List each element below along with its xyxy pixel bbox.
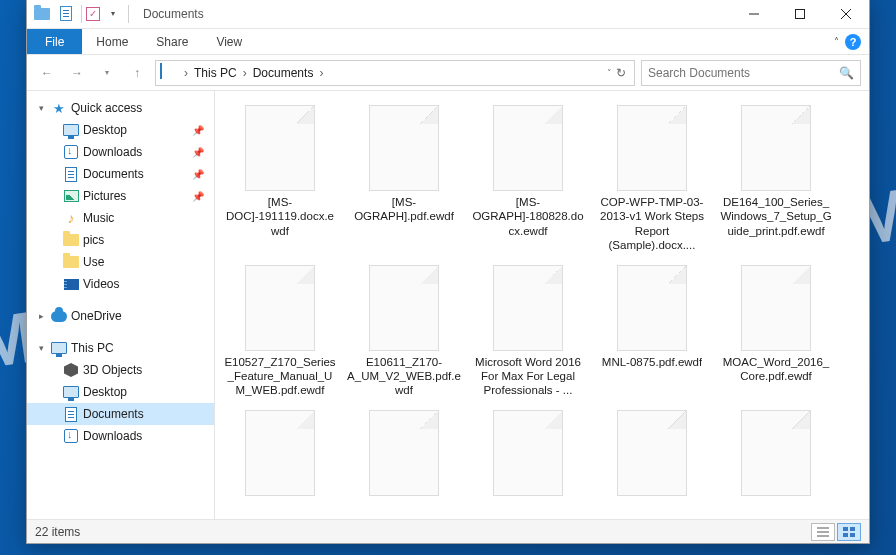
sidebar-item-videos[interactable]: Videos [27,273,214,295]
file-item[interactable]: MOAC_Word_2016_Core.pdf.ewdf [717,261,835,402]
file-item[interactable] [221,406,339,504]
explorer-window: ✓ ▾ Documents File Home Share View ˄ ? ←… [26,0,870,544]
breadcrumb-thispc[interactable]: This PC [190,66,241,80]
search-input[interactable] [648,66,839,80]
file-item[interactable]: [MS-OGRAPH].pdf.ewdf [345,101,463,257]
search-icon: 🔍 [839,66,854,80]
sidebar-item-use[interactable]: Use [27,251,214,273]
file-item[interactable]: [MS-OGRAPH]-180828.docx.ewdf [469,101,587,257]
file-thumbnail [369,410,439,496]
file-item[interactable]: COP-WFP-TMP-03-2013-v1 Work Steps Report… [593,101,711,257]
sidebar-item-label: Use [83,255,104,269]
file-item[interactable] [717,406,835,504]
navigation-bar: ← → ▾ ↑ › This PC › Documents › ˅ ↻ 🔍 [27,55,869,91]
chevron-right-icon[interactable]: › [182,66,190,80]
file-item[interactable] [345,406,463,504]
file-item[interactable]: MNL-0875.pdf.ewdf [593,261,711,402]
sidebar-item-label: Desktop [83,385,127,399]
details-view-button[interactable] [811,523,835,541]
refresh-icon[interactable]: ↻ [616,66,626,80]
file-thumbnail [245,265,315,351]
video-icon [63,276,79,292]
caret-down-icon[interactable]: ▾ [35,343,47,353]
checkbox-icon[interactable]: ✓ [86,7,100,21]
svg-rect-10 [850,533,855,537]
file-name-label: [MS-DOC]-191119.docx.ewdf [223,195,337,238]
nav-forward-button[interactable]: → [65,61,89,85]
file-thumbnail [369,105,439,191]
ribbon-tabs: File Home Share View ˄ ? [27,29,869,55]
file-item[interactable]: Microsoft Word 2016 For Max For Legal Pr… [469,261,587,402]
star-icon: ★ [51,100,67,116]
sidebar-item-downloads[interactable]: Downloads📌 [27,141,214,163]
minimize-button[interactable] [731,0,777,29]
file-name-label: E10611_Z170-A_UM_V2_WEB.pdf.ewdf [347,355,461,398]
sidebar-item-label: 3D Objects [83,363,142,377]
chevron-right-icon[interactable]: › [241,66,249,80]
file-item[interactable]: E10527_Z170_Series_Feature_Manual_UM_WEB… [221,261,339,402]
file-name-label: E10527_Z170_Series_Feature_Manual_UM_WEB… [223,355,337,398]
file-name-label: Microsoft Word 2016 For Max For Legal Pr… [471,355,585,398]
tab-share[interactable]: Share [142,29,202,54]
maximize-button[interactable] [777,0,823,29]
close-button[interactable] [823,0,869,29]
tree-onedrive[interactable]: ▸ OneDrive [27,305,214,327]
sidebar-item-pics[interactable]: pics [27,229,214,251]
caret-down-icon[interactable]: ▾ [35,103,47,113]
sidebar-item-desktop[interactable]: Desktop [27,381,214,403]
sidebar-item-music[interactable]: ♪Music [27,207,214,229]
large-icons-view-button[interactable] [837,523,861,541]
file-item[interactable]: DE164_100_Series_Windows_7_Setup_Guide_p… [717,101,835,257]
address-dropdown-icon[interactable]: ˅ [607,68,612,78]
ribbon-chevron-icon[interactable]: ˄ [834,36,839,47]
file-thumbnail [741,410,811,496]
file-item[interactable] [593,406,711,504]
pc-icon [51,340,67,356]
qat-dropdown-icon[interactable]: ▾ [102,3,124,25]
file-item[interactable]: E10611_Z170-A_UM_V2_WEB.pdf.ewdf [345,261,463,402]
quick-access-toolbar: ✓ ▾ [27,3,135,25]
sidebar-item-3d-objects[interactable]: 3D Objects [27,359,214,381]
sidebar-item-label: Documents [83,407,144,421]
tab-file[interactable]: File [27,29,82,54]
caret-right-icon[interactable]: ▸ [35,311,47,321]
sidebar-item-desktop[interactable]: Desktop📌 [27,119,214,141]
chevron-right-icon[interactable]: › [317,66,325,80]
file-item[interactable] [469,406,587,504]
file-thumbnail [369,265,439,351]
item-count-label: 22 items [35,525,80,539]
pic-icon [63,188,79,204]
download-icon [63,428,79,444]
tree-this-pc[interactable]: ▾ This PC [27,337,214,359]
svg-rect-7 [843,527,848,531]
tree-quick-access[interactable]: ▾ ★ Quick access [27,97,214,119]
sidebar-item-label: Pictures [83,189,126,203]
search-box[interactable]: 🔍 [641,60,861,86]
sidebar-item-label: Downloads [83,145,142,159]
nav-recent-dropdown[interactable]: ▾ [95,61,119,85]
file-item[interactable]: [MS-DOC]-191119.docx.ewdf [221,101,339,257]
sidebar-item-pictures[interactable]: Pictures📌 [27,185,214,207]
help-icon[interactable]: ? [845,34,861,50]
properties-icon[interactable] [55,3,77,25]
address-bar[interactable]: › This PC › Documents › ˅ ↻ [155,60,635,86]
sidebar-item-documents[interactable]: Documents [27,403,214,425]
cloud-icon [51,308,67,324]
pin-icon: 📌 [192,191,204,202]
status-bar: 22 items [27,519,869,543]
folder-icon[interactable] [31,3,53,25]
file-thumbnail [493,105,563,191]
file-thumbnail [617,105,687,191]
nav-up-button[interactable]: ↑ [125,61,149,85]
file-name-label: MNL-0875.pdf.ewdf [602,355,702,369]
breadcrumb-documents[interactable]: Documents [249,66,318,80]
sidebar-item-label: Desktop [83,123,127,137]
sidebar-item-downloads[interactable]: Downloads [27,425,214,447]
sidebar-item-documents[interactable]: Documents📌 [27,163,214,185]
tab-home[interactable]: Home [82,29,142,54]
nav-back-button[interactable]: ← [35,61,59,85]
tab-view[interactable]: View [202,29,256,54]
file-thumbnail [493,410,563,496]
monitor-icon [63,122,79,138]
file-thumbnail [617,410,687,496]
